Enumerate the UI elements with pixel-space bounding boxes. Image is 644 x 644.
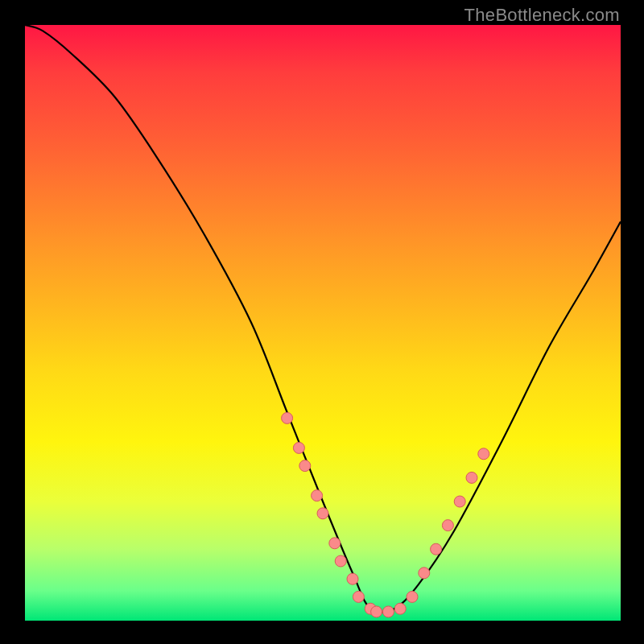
watermark-text: TheBottleneck.com — [464, 5, 620, 26]
gradient-background — [25, 25, 621, 621]
plot-area — [25, 25, 621, 621]
